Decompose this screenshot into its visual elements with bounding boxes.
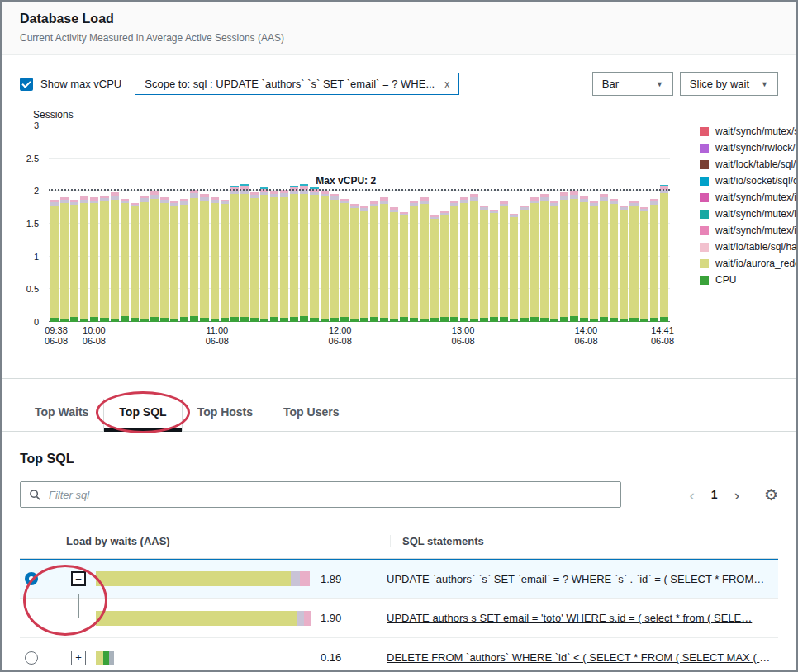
chart-bar[interactable] xyxy=(140,196,149,322)
page-number[interactable]: 1 xyxy=(711,489,718,500)
chart-bar[interactable] xyxy=(410,201,418,322)
chart-bar[interactable] xyxy=(620,206,628,322)
chart-bar[interactable] xyxy=(80,196,88,322)
chart-bar[interactable] xyxy=(230,186,239,322)
show-max-vcpu-toggle[interactable]: Show max vCPU xyxy=(20,78,121,91)
chart-bar[interactable] xyxy=(450,201,458,322)
expand-button[interactable]: + xyxy=(71,651,86,665)
chart-bar[interactable] xyxy=(180,199,188,322)
tab-top-sql[interactable]: Top SQL xyxy=(103,399,181,431)
chart-bar[interactable] xyxy=(200,194,208,322)
chart-bar[interactable] xyxy=(121,199,129,322)
chart-bar[interactable] xyxy=(510,214,518,322)
tab-top-users[interactable]: Top Users xyxy=(268,399,354,431)
radio-button[interactable] xyxy=(25,651,38,665)
sql-statement[interactable]: UPDATE authors s SET email = 'toto' WHER… xyxy=(387,612,772,624)
chart-bar[interactable] xyxy=(590,201,598,322)
tab-top-waits[interactable]: Top Waits xyxy=(20,399,103,431)
table-row[interactable]: 1.90UPDATE authors s SET email = 'toto' … xyxy=(20,599,778,638)
chart-bar[interactable] xyxy=(530,197,539,322)
legend-item[interactable]: wait/io/aurora_redo_lo xyxy=(700,258,798,269)
legend-item[interactable]: wait/io/table/sql/hand xyxy=(700,241,798,253)
chart-bar[interactable] xyxy=(560,192,568,322)
legend-item[interactable]: wait/synch/mutex/inn xyxy=(700,192,798,203)
chart-bar[interactable] xyxy=(290,186,298,322)
checkbox-checked-icon[interactable] xyxy=(20,78,33,91)
chart-bar[interactable] xyxy=(470,194,478,322)
chart-bar[interactable] xyxy=(370,201,378,322)
legend-item[interactable]: CPU xyxy=(700,274,798,286)
legend-item[interactable]: wait/synch/rwlock/inn xyxy=(700,142,798,154)
chart-bar[interactable] xyxy=(640,207,648,322)
table-row[interactable]: +0.16DELETE FROM `authors` WHERE `id` < … xyxy=(20,638,778,672)
chart-bar[interactable] xyxy=(211,197,219,322)
chart-bar[interactable] xyxy=(100,196,108,322)
chart-bar[interactable] xyxy=(629,201,638,322)
chart-bar[interactable] xyxy=(190,190,198,322)
chart-bar[interactable] xyxy=(240,184,249,322)
legend-item[interactable]: wait/synch/mutex/inn xyxy=(700,208,798,220)
chart-bar[interactable] xyxy=(430,215,439,322)
chart-bar[interactable] xyxy=(500,201,508,322)
chart-bar[interactable] xyxy=(580,196,588,322)
chart-bar[interactable] xyxy=(50,200,59,322)
tab-top-hosts[interactable]: Top Hosts xyxy=(182,399,268,431)
chart-bar[interactable] xyxy=(270,191,278,322)
table-row[interactable]: −1.89UPDATE `authors` `s` SET `email` = … xyxy=(20,559,778,599)
chart-bar[interactable] xyxy=(330,194,339,322)
chart-bar[interactable] xyxy=(390,207,398,322)
chart-bar[interactable] xyxy=(360,206,368,322)
chart-bar[interactable] xyxy=(340,199,349,322)
chart-bar[interactable] xyxy=(600,194,608,322)
chart-bar[interactable] xyxy=(70,200,78,322)
next-page-button[interactable]: › xyxy=(734,487,739,503)
chart-bar[interactable] xyxy=(170,201,178,322)
chart-bar[interactable] xyxy=(90,197,98,322)
chart-type-dropdown[interactable]: Bar ▼ xyxy=(592,72,673,96)
chart-bar[interactable] xyxy=(250,192,259,322)
chart-bar[interactable] xyxy=(350,204,359,322)
scope-filter-pill[interactable]: Scope to: sql : UPDATE `authors` `s` SET… xyxy=(135,73,459,95)
legend-item[interactable]: wait/lock/table/sql/ha xyxy=(700,159,798,170)
column-header-load[interactable]: Load by waits (AAS) xyxy=(66,535,390,547)
gear-icon[interactable]: ⚙ xyxy=(764,485,778,504)
radio-button[interactable] xyxy=(25,572,38,585)
chart-bar[interactable] xyxy=(380,197,388,322)
legend-item[interactable]: wait/synch/mutex/inn xyxy=(700,225,798,236)
chart-bar[interactable] xyxy=(570,191,578,322)
slice-by-dropdown[interactable]: Slice by wait ▼ xyxy=(680,72,778,96)
chart-bar[interactable] xyxy=(160,197,169,322)
chart-bar[interactable] xyxy=(131,203,139,322)
bar-segment xyxy=(240,317,249,322)
legend-item[interactable]: wait/synch/mutex/sql/ xyxy=(700,125,798,137)
chart-bar[interactable] xyxy=(420,197,428,322)
chart-bar[interactable] xyxy=(300,184,308,322)
sql-statement[interactable]: DELETE FROM `authors` WHERE `id` < ( SEL… xyxy=(387,651,772,664)
chart-bar[interactable] xyxy=(440,211,449,322)
chart-bar[interactable] xyxy=(280,190,288,322)
collapse-button[interactable]: − xyxy=(71,571,86,586)
column-header-sql[interactable]: SQL statements xyxy=(390,535,778,547)
chart-bar[interactable] xyxy=(520,206,528,322)
chart-bar[interactable] xyxy=(321,191,329,322)
chart-bar[interactable] xyxy=(221,200,229,322)
previous-page-button[interactable]: ‹ xyxy=(690,487,695,503)
chart-bar[interactable] xyxy=(650,199,658,322)
filter-input[interactable] xyxy=(20,481,621,508)
chart-bar[interactable] xyxy=(150,191,159,322)
chart-bar[interactable] xyxy=(490,210,498,322)
chart-bar[interactable] xyxy=(60,197,69,322)
chart-bar[interactable] xyxy=(480,206,488,322)
chart-bar[interactable] xyxy=(310,187,318,322)
chart-bar[interactable] xyxy=(610,199,618,322)
chart-bar[interactable] xyxy=(111,192,119,322)
close-icon[interactable]: x xyxy=(444,78,449,90)
chart-bar[interactable] xyxy=(540,194,549,322)
legend-item[interactable]: wait/io/socket/sql/clie xyxy=(700,175,798,187)
sql-statement[interactable]: UPDATE `authors` `s` SET `email` = ? WHE… xyxy=(387,573,772,585)
chart-bar[interactable] xyxy=(550,201,558,322)
chart-bar[interactable] xyxy=(260,187,268,322)
chart-bar[interactable] xyxy=(400,212,408,322)
chart-bar[interactable] xyxy=(660,185,668,322)
chart-bar[interactable] xyxy=(460,197,468,322)
